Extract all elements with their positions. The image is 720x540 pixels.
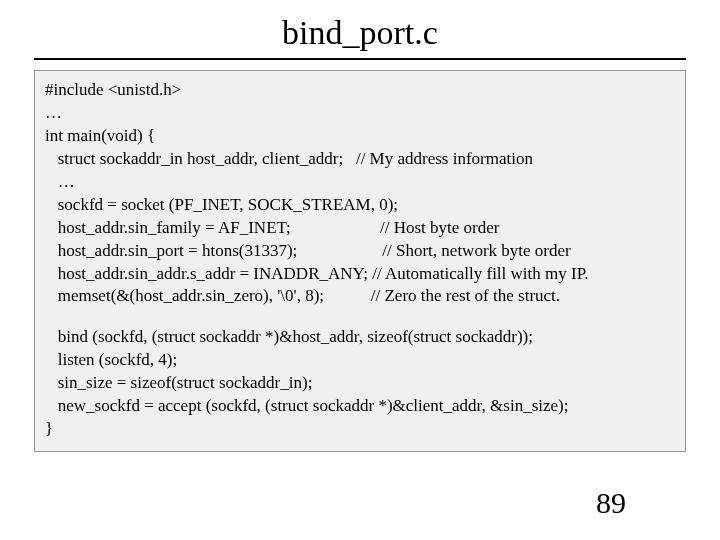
blank-line	[45, 308, 675, 326]
code-line: sin_size = sizeof(struct sockaddr_in);	[45, 372, 675, 395]
code-line: host_addr.sin_family = AF_INET; // Host …	[45, 217, 675, 240]
code-line: }	[45, 418, 675, 441]
code-line: …	[45, 102, 675, 125]
code-line: struct sockaddr_in host_addr, client_add…	[45, 148, 675, 171]
code-line: int main(void) {	[45, 125, 675, 148]
code-line: sockfd = socket (PF_INET, SOCK_STREAM, 0…	[45, 194, 675, 217]
code-line: bind (sockfd, (struct sockaddr *)&host_a…	[45, 326, 675, 349]
code-line: host_addr.sin_port = htons(31337); // Sh…	[45, 240, 675, 263]
slide: bind_port.c #include <unistd.h> … int ma…	[0, 0, 720, 540]
code-line: host_addr.sin_addr.s_addr = INADDR_ANY; …	[45, 263, 675, 286]
code-line: #include <unistd.h>	[45, 79, 675, 102]
code-line: new_sockfd = accept (sockfd, (struct soc…	[45, 395, 675, 418]
title-divider	[34, 58, 686, 60]
code-line: memset(&(host_addr.sin_zero), '\0', 8); …	[45, 285, 675, 308]
page-number: 89	[596, 486, 626, 520]
code-line: …	[45, 171, 675, 194]
code-line: listen (sockfd, 4);	[45, 349, 675, 372]
code-block: #include <unistd.h> … int main(void) { s…	[34, 70, 686, 452]
slide-title: bind_port.c	[0, 0, 720, 58]
